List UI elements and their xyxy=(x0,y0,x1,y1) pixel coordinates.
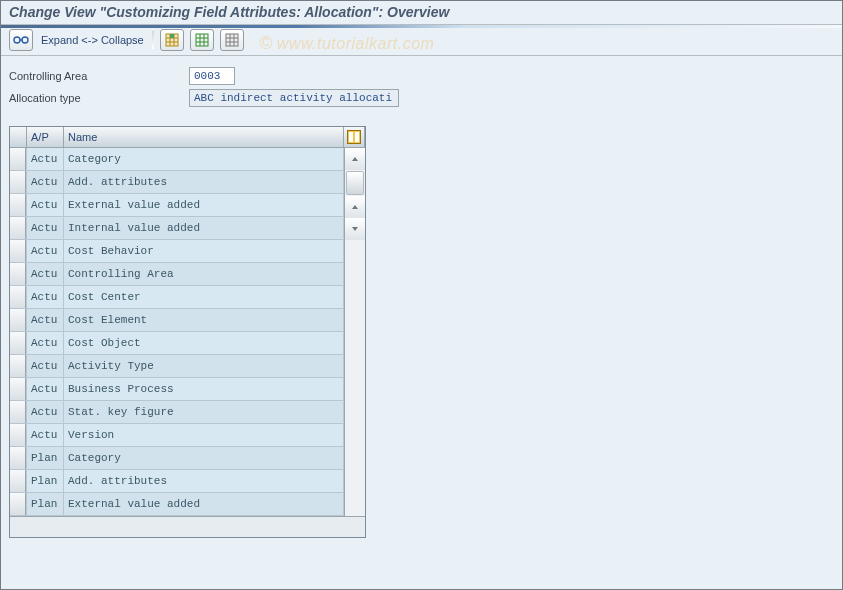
column-ap[interactable]: A/P xyxy=(27,127,64,147)
cell-ap: Plan xyxy=(27,447,64,469)
scroll-jump-up-button[interactable] xyxy=(345,196,365,218)
row-select-button[interactable] xyxy=(10,447,26,469)
allocation-type-label: Allocation type xyxy=(9,92,189,104)
cell-name: Category xyxy=(64,447,344,469)
row-select-button[interactable] xyxy=(10,148,26,170)
row-select-button[interactable] xyxy=(10,171,26,193)
svg-rect-3 xyxy=(170,34,174,38)
toolbar-separator xyxy=(152,31,154,49)
svg-rect-4 xyxy=(196,34,208,46)
cell-ap: Actu xyxy=(27,309,64,331)
row-select-button[interactable] xyxy=(10,332,26,354)
configure-columns-icon xyxy=(347,130,361,144)
header-form: Controlling Area 0003 Allocation type AB… xyxy=(1,56,842,120)
cell-ap: Actu xyxy=(27,217,64,239)
table-row[interactable]: ActuControlling Area xyxy=(10,263,344,286)
table-row[interactable]: ActuCategory xyxy=(10,148,344,171)
table-row[interactable]: ActuBusiness Process xyxy=(10,378,344,401)
table-row[interactable]: ActuCost Behavior xyxy=(10,240,344,263)
table-row[interactable]: ActuActivity Type xyxy=(10,355,344,378)
scroll-down-button[interactable] xyxy=(345,218,365,240)
select-all-button[interactable] xyxy=(160,29,184,51)
cell-name: Cost Element xyxy=(64,309,344,331)
cell-ap: Actu xyxy=(27,401,64,423)
page-title-text: Change View "Customizing Field Attribute… xyxy=(9,4,449,20)
scroll-thumb[interactable] xyxy=(346,171,364,195)
cell-name: External value added xyxy=(64,493,344,515)
row-select-button[interactable] xyxy=(10,217,26,239)
svg-point-1 xyxy=(22,37,28,43)
glasses-icon xyxy=(13,35,29,45)
cell-ap: Actu xyxy=(27,355,64,377)
row-select-button[interactable] xyxy=(10,401,26,423)
controlling-area-field[interactable]: 0003 xyxy=(189,67,235,85)
save-layout-button[interactable] xyxy=(220,29,244,51)
cell-name: Activity Type xyxy=(64,355,344,377)
row-select-button[interactable] xyxy=(10,378,26,400)
table-row[interactable]: PlanCategory xyxy=(10,447,344,470)
grid-gray-icon xyxy=(225,33,239,47)
row-select-button[interactable] xyxy=(10,470,26,492)
cell-ap: Actu xyxy=(27,286,64,308)
table-row[interactable]: ActuVersion xyxy=(10,424,344,447)
table-row[interactable]: ActuExternal value added xyxy=(10,194,344,217)
controlling-area-label: Controlling Area xyxy=(9,70,189,82)
column-select-all[interactable] xyxy=(10,127,27,147)
column-name[interactable]: Name xyxy=(64,127,344,147)
row-select-button[interactable] xyxy=(10,286,26,308)
table-body: ActuCategoryActuAdd. attributesActuExter… xyxy=(10,148,344,516)
cell-name: Controlling Area xyxy=(64,263,344,285)
row-select-button[interactable] xyxy=(10,355,26,377)
cell-ap: Actu xyxy=(27,424,64,446)
cell-ap: Actu xyxy=(27,378,64,400)
cell-name: Version xyxy=(64,424,344,446)
table-row[interactable]: ActuCost Object xyxy=(10,332,344,355)
table-row[interactable]: PlanExternal value added xyxy=(10,493,344,516)
title-underline xyxy=(1,25,842,28)
application-toolbar: Expand <-> Collapse xyxy=(1,25,842,56)
grid-yellow-icon xyxy=(165,33,179,47)
chevron-up-icon xyxy=(351,203,359,211)
cell-name: Cost Behavior xyxy=(64,240,344,262)
row-select-button[interactable] xyxy=(10,240,26,262)
table-row[interactable]: ActuInternal value added xyxy=(10,217,344,240)
chevron-up-icon xyxy=(351,155,359,163)
cell-ap: Actu xyxy=(27,194,64,216)
cell-ap: Actu xyxy=(27,263,64,285)
cell-name: Stat. key figure xyxy=(64,401,344,423)
cell-ap: Plan xyxy=(27,493,64,515)
row-select-button[interactable] xyxy=(10,424,26,446)
scroll-up-button[interactable] xyxy=(345,148,365,170)
row-select-button[interactable] xyxy=(10,194,26,216)
table-row[interactable]: ActuCost Center xyxy=(10,286,344,309)
vertical-scrollbar[interactable] xyxy=(344,148,365,516)
cell-name: Business Process xyxy=(64,378,344,400)
row-select-button[interactable] xyxy=(10,263,26,285)
table-row[interactable]: PlanAdd. attributes xyxy=(10,470,344,493)
table-row[interactable]: ActuCost Element xyxy=(10,309,344,332)
page-title: Change View "Customizing Field Attribute… xyxy=(1,1,842,25)
attributes-table: A/P Name ActuCategoryActuAdd. attributes… xyxy=(9,126,366,538)
cell-name: Cost Object xyxy=(64,332,344,354)
allocation-type-field: ABC indirect activity allocati xyxy=(189,89,399,107)
cell-name: External value added xyxy=(64,194,344,216)
table-row[interactable]: ActuStat. key figure xyxy=(10,401,344,424)
cell-ap: Actu xyxy=(27,240,64,262)
toolbar-expand-collapse-label[interactable]: Expand <-> Collapse xyxy=(41,34,144,46)
cell-ap: Plan xyxy=(27,470,64,492)
column-configure-button[interactable] xyxy=(344,127,365,147)
row-select-button[interactable] xyxy=(10,309,26,331)
cell-ap: Actu xyxy=(27,171,64,193)
glasses-detail-button[interactable] xyxy=(9,29,33,51)
cell-ap: Actu xyxy=(27,148,64,170)
cell-ap: Actu xyxy=(27,332,64,354)
cell-name: Add. attributes xyxy=(64,470,344,492)
cell-name: Cost Center xyxy=(64,286,344,308)
row-select-button[interactable] xyxy=(10,493,26,515)
cell-name: Category xyxy=(64,148,344,170)
deselect-all-button[interactable] xyxy=(190,29,214,51)
cell-name: Add. attributes xyxy=(64,171,344,193)
table-header: A/P Name xyxy=(10,127,365,148)
svg-point-0 xyxy=(14,37,20,43)
table-row[interactable]: ActuAdd. attributes xyxy=(10,171,344,194)
